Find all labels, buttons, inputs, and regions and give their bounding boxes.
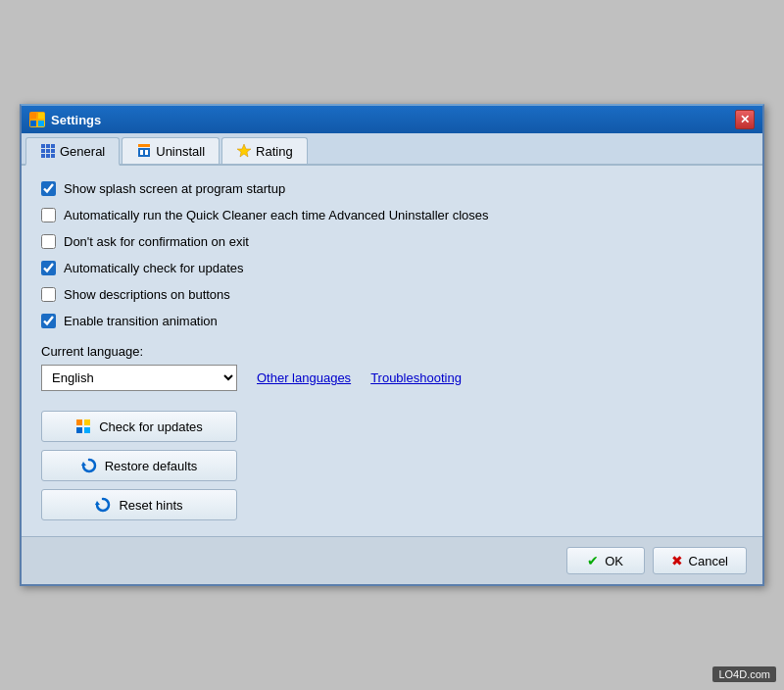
restore-defaults-button[interactable]: Restore defaults — [41, 450, 237, 481]
title-bar: Settings ✕ — [22, 106, 762, 133]
svg-rect-4 — [41, 144, 45, 148]
svg-rect-5 — [46, 144, 50, 148]
tab-general[interactable]: General — [25, 137, 120, 166]
checkbox-row-noconfirm: Don't ask for confirmation on exit — [41, 234, 743, 249]
checkbox-row-autoupdate: Automatically check for updates — [41, 261, 743, 275]
cancel-button[interactable]: ✖ Cancel — [653, 547, 747, 574]
cancel-label: Cancel — [689, 554, 728, 568]
checkbox-noconfirm[interactable] — [41, 234, 56, 249]
restore-defaults-label: Restore defaults — [105, 459, 198, 473]
checkbox-row-splash: Show splash screen at program startup — [41, 181, 743, 196]
svg-rect-7 — [41, 149, 45, 153]
tab-uninstall[interactable]: Uninstall — [122, 137, 220, 164]
check-updates-icon — [75, 419, 91, 434]
svg-marker-22 — [81, 462, 86, 466]
tab-rating-label: Rating — [256, 144, 293, 159]
svg-rect-10 — [41, 154, 45, 158]
svg-marker-17 — [237, 144, 251, 157]
tab-content: Show splash screen at program startup Au… — [22, 166, 762, 536]
language-row: English French German Spanish Italian Ot… — [41, 365, 743, 391]
checkbox-splash[interactable] — [41, 181, 56, 196]
restore-defaults-icon — [81, 458, 97, 473]
check-updates-label: Check for updates — [99, 419, 203, 434]
svg-rect-15 — [140, 150, 143, 155]
checkbox-animation-label: Enable transition animation — [64, 314, 218, 328]
svg-rect-20 — [76, 427, 82, 433]
checkbox-quickcleaner-label: Automatically run the Quick Cleaner each… — [64, 208, 489, 222]
window-title: Settings — [51, 113, 101, 127]
svg-rect-2 — [30, 121, 36, 126]
tab-uninstall-label: Uninstall — [156, 144, 205, 159]
svg-rect-13 — [138, 144, 150, 147]
language-section: Current language: English French German … — [41, 344, 743, 391]
svg-rect-16 — [145, 150, 148, 155]
ok-button[interactable]: ✔ OK — [566, 547, 645, 574]
svg-marker-23 — [95, 501, 100, 505]
reset-hints-button[interactable]: Reset hints — [41, 489, 237, 520]
svg-rect-19 — [84, 419, 90, 425]
troubleshooting-link[interactable]: Troubleshooting — [370, 370, 462, 385]
svg-rect-0 — [30, 113, 36, 119]
tab-rating[interactable]: Rating — [221, 137, 308, 164]
svg-rect-3 — [38, 121, 44, 126]
svg-rect-11 — [46, 154, 50, 158]
checkbox-autoupdate-label: Automatically check for updates — [64, 261, 244, 275]
action-buttons: Check for updates Restore defaults — [41, 411, 743, 520]
reset-hints-icon — [95, 497, 111, 513]
language-label: Current language: — [41, 344, 743, 359]
checkbox-autoupdate[interactable] — [41, 261, 56, 275]
reset-hints-label: Reset hints — [119, 498, 182, 513]
checkbox-animation[interactable] — [41, 314, 56, 328]
svg-rect-1 — [38, 113, 44, 119]
app-icon — [29, 112, 45, 127]
svg-rect-14 — [138, 148, 150, 157]
checkbox-quickcleaner[interactable] — [41, 208, 56, 222]
language-select[interactable]: English French German Spanish Italian — [41, 365, 237, 391]
ok-icon: ✔ — [587, 553, 599, 568]
checkbox-descriptions[interactable] — [41, 287, 56, 302]
checkbox-noconfirm-label: Don't ask for confirmation on exit — [64, 234, 249, 249]
other-languages-link[interactable]: Other languages — [257, 370, 351, 385]
svg-rect-6 — [51, 144, 55, 148]
cancel-icon: ✖ — [671, 553, 683, 568]
settings-window: Settings ✕ General — [20, 104, 764, 586]
tab-bar: General Uninstall Rating — [22, 133, 762, 166]
svg-rect-18 — [76, 419, 82, 425]
check-updates-button[interactable]: Check for updates — [41, 411, 237, 442]
footer: ✔ OK ✖ Cancel — [22, 536, 762, 584]
close-button[interactable]: ✕ — [735, 110, 755, 129]
checkbox-row-animation: Enable transition animation — [41, 314, 743, 328]
tab-general-label: General — [60, 144, 105, 159]
svg-rect-12 — [51, 154, 55, 158]
checkbox-splash-label: Show splash screen at program startup — [64, 181, 285, 196]
rating-tab-icon — [236, 143, 252, 159]
checkbox-row-quickcleaner: Automatically run the Quick Cleaner each… — [41, 208, 743, 222]
checkbox-row-descriptions: Show descriptions on buttons — [41, 287, 743, 302]
title-bar-left: Settings — [29, 112, 101, 127]
ok-label: OK — [605, 554, 623, 568]
svg-rect-8 — [46, 149, 50, 153]
watermark: LO4D.com — [712, 666, 776, 682]
checkbox-descriptions-label: Show descriptions on buttons — [64, 287, 230, 302]
general-tab-icon — [40, 143, 56, 159]
svg-rect-21 — [84, 427, 90, 433]
svg-rect-9 — [51, 149, 55, 153]
uninstall-tab-icon — [136, 143, 152, 159]
